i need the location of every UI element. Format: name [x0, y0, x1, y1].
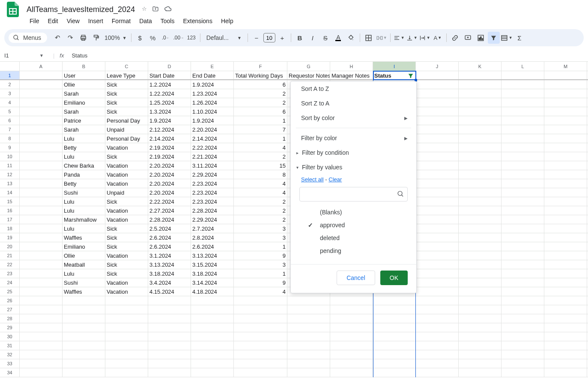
- column-header-L[interactable]: L: [501, 62, 544, 71]
- row-header[interactable]: 1: [0, 71, 20, 79]
- cell[interactable]: 3.1.2024: [148, 251, 191, 260]
- cell[interactable]: [20, 350, 63, 359]
- sort-by-color[interactable]: Sort by color▶: [291, 111, 416, 125]
- cell[interactable]: [544, 341, 587, 350]
- row-header[interactable]: 30: [0, 332, 20, 341]
- print-button[interactable]: [77, 32, 89, 44]
- cell[interactable]: [544, 305, 587, 314]
- cell[interactable]: [416, 260, 459, 269]
- cell[interactable]: [63, 341, 105, 350]
- row-header[interactable]: 11: [0, 161, 20, 170]
- percent-button[interactable]: %: [147, 32, 159, 44]
- cell[interactable]: [544, 188, 587, 197]
- cell[interactable]: [459, 332, 501, 341]
- cell[interactable]: [416, 251, 459, 260]
- cell[interactable]: [544, 125, 587, 134]
- select-all-corner[interactable]: [0, 62, 20, 71]
- cell[interactable]: [416, 179, 459, 188]
- cell[interactable]: [330, 323, 373, 332]
- cell[interactable]: [416, 134, 459, 143]
- namebox-dropdown-icon[interactable]: ▼: [39, 53, 44, 58]
- cell[interactable]: 2.14.2024: [191, 134, 234, 143]
- cell[interactable]: [20, 161, 63, 170]
- cell[interactable]: [416, 71, 459, 79]
- menu-help[interactable]: Help: [217, 16, 237, 26]
- cell[interactable]: Start Date: [148, 71, 191, 79]
- cell[interactable]: [544, 179, 587, 188]
- cell[interactable]: [544, 242, 587, 251]
- row-header[interactable]: 8: [0, 134, 20, 143]
- cell[interactable]: 6: [234, 107, 287, 116]
- cell[interactable]: [330, 359, 373, 368]
- cell[interactable]: 2.6.2024: [148, 233, 191, 242]
- cell[interactable]: [459, 134, 501, 143]
- cell[interactable]: Total Working Days: [234, 71, 287, 79]
- cell[interactable]: [501, 179, 544, 188]
- cell[interactable]: [373, 359, 416, 368]
- move-icon[interactable]: [152, 6, 159, 14]
- cell[interactable]: Waffles: [63, 233, 105, 242]
- cell[interactable]: 2.20.2024: [148, 188, 191, 197]
- cell[interactable]: Sick: [105, 98, 148, 107]
- cell[interactable]: [501, 161, 544, 170]
- filter-value-item[interactable]: deleted: [299, 232, 408, 244]
- cell[interactable]: [416, 287, 459, 296]
- cell[interactable]: [20, 188, 63, 197]
- cell[interactable]: [416, 359, 459, 368]
- cell[interactable]: [544, 368, 587, 377]
- cell[interactable]: 1.3.2024: [148, 107, 191, 116]
- cell[interactable]: [544, 170, 587, 179]
- fontsize-decrease[interactable]: −: [251, 32, 263, 44]
- clear-link[interactable]: Clear: [328, 176, 342, 183]
- cell[interactable]: 3.4.2024: [148, 278, 191, 287]
- cell[interactable]: [20, 107, 63, 116]
- cell[interactable]: 2.20.2024: [148, 179, 191, 188]
- cell[interactable]: [501, 80, 544, 89]
- cell[interactable]: [501, 116, 544, 125]
- cell[interactable]: [416, 233, 459, 242]
- cell[interactable]: [191, 350, 234, 359]
- cell[interactable]: [459, 89, 501, 98]
- cell[interactable]: 3.13.2024: [191, 251, 234, 260]
- cell[interactable]: 2.27.2024: [148, 206, 191, 215]
- cell[interactable]: [501, 251, 544, 260]
- cell[interactable]: [459, 197, 501, 206]
- cell[interactable]: [287, 350, 330, 359]
- cell[interactable]: [148, 332, 191, 341]
- cell[interactable]: [191, 296, 234, 305]
- cell[interactable]: [20, 296, 63, 305]
- cell[interactable]: 2.29.2024: [191, 170, 234, 179]
- cell[interactable]: [20, 278, 63, 287]
- cell[interactable]: [20, 152, 63, 161]
- cell[interactable]: [459, 314, 501, 323]
- cell[interactable]: 9: [234, 278, 287, 287]
- cell[interactable]: [287, 314, 330, 323]
- cell[interactable]: [459, 152, 501, 161]
- cell[interactable]: [501, 350, 544, 359]
- cell[interactable]: Lulu: [63, 152, 105, 161]
- cell[interactable]: [330, 332, 373, 341]
- row-header[interactable]: 7: [0, 125, 20, 134]
- cell[interactable]: 3.14.2024: [191, 278, 234, 287]
- cell[interactable]: [459, 179, 501, 188]
- cell[interactable]: [501, 98, 544, 107]
- cell[interactable]: [416, 197, 459, 206]
- cell[interactable]: 2.22.2024: [191, 143, 234, 152]
- cell[interactable]: [105, 359, 148, 368]
- cell[interactable]: [544, 296, 587, 305]
- cell[interactable]: [105, 350, 148, 359]
- cell[interactable]: [105, 296, 148, 305]
- cell[interactable]: 1: [234, 269, 287, 278]
- cell[interactable]: [501, 188, 544, 197]
- wrap-button[interactable]: ▼: [419, 32, 431, 44]
- cell[interactable]: [63, 323, 105, 332]
- cell[interactable]: Sushi: [63, 188, 105, 197]
- cell[interactable]: [20, 71, 63, 79]
- cell[interactable]: [544, 278, 587, 287]
- cell[interactable]: [287, 296, 330, 305]
- rotate-button[interactable]: A▼: [432, 32, 444, 44]
- cell[interactable]: 1.9.2024: [191, 80, 234, 89]
- cell[interactable]: [105, 341, 148, 350]
- font-select[interactable]: Defaul...▼: [203, 34, 245, 41]
- cell[interactable]: [544, 251, 587, 260]
